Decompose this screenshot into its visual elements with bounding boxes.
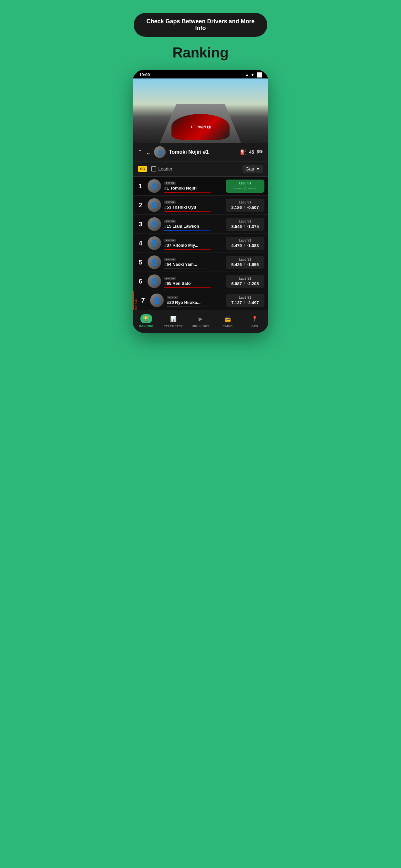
telemetry-icon-wrap: 📊 bbox=[167, 314, 179, 323]
lap-label-2: Lap5·S1 bbox=[229, 200, 260, 204]
lap-label-4: Lap5·S1 bbox=[229, 239, 260, 242]
driver-name-4: #37 Ritomo Miy... bbox=[164, 243, 222, 248]
driver-name-1: #1 Tomoki Nojiri bbox=[164, 186, 222, 190]
promo-text: Check Gaps Between Drivers and More Info bbox=[146, 18, 254, 31]
driver-avatar-2: 👤 bbox=[148, 198, 161, 212]
timing-values-4: 4.479 / -1.083 bbox=[229, 243, 260, 248]
driver-name-5: #64 Naoki Yam... bbox=[164, 262, 222, 267]
gps-icon: 📍 bbox=[251, 316, 258, 322]
nav-item-ranking[interactable]: 🏆 RANKING bbox=[133, 313, 160, 329]
radio-icon: 📻 bbox=[224, 316, 231, 322]
driver-avatar-1: 👤 bbox=[148, 179, 161, 193]
car-stripe-7 bbox=[167, 306, 212, 307]
position-1: 1 bbox=[136, 182, 144, 190]
diff-value-5: -1.656 bbox=[247, 262, 259, 267]
timing-values-5: 5.426 / -1.656 bbox=[229, 262, 260, 267]
lap-label-5: Lap5·S1 bbox=[229, 258, 260, 261]
fuel-icon: ⛽ bbox=[240, 149, 246, 155]
gps-icon-wrap: 📍 bbox=[249, 314, 260, 323]
diff-value-1: ------- bbox=[248, 186, 256, 190]
driver-avatar-4: 👤 bbox=[148, 237, 161, 250]
car-stripe-2 bbox=[164, 211, 211, 212]
nav-item-radio[interactable]: 📻 RADIO bbox=[214, 313, 241, 329]
table-row[interactable]: 2 👤 PITIN #53 Toshiki Oyu Lap5·S1 2.186 … bbox=[133, 196, 268, 215]
timing-values-7: 7.137 / -2.497 bbox=[229, 300, 260, 305]
ranking-icon: 🏆 bbox=[143, 316, 150, 322]
position-3: 3 bbox=[136, 221, 144, 228]
chevron-down-icon[interactable]: ⌃ bbox=[146, 149, 151, 156]
car-stripe-4 bbox=[164, 249, 211, 250]
leader-checkbox[interactable] bbox=[151, 166, 156, 172]
radio-nav-label: RADIO bbox=[222, 324, 233, 328]
lap-label-6: Lap5·S1 bbox=[229, 277, 260, 280]
car-stripe-1 bbox=[164, 192, 211, 193]
driver-header: ⌃ ⌃ 👤 Tomoki Nojiri #1 ⛽ 45 🏁 bbox=[133, 143, 268, 161]
timing-box-4: Lap5·S1 4.479 / -1.083 bbox=[226, 237, 265, 250]
driver-details-6: PITIN #65 Ren Sato bbox=[164, 275, 222, 288]
driver-name-3: #15 Liam Lawson bbox=[164, 224, 222, 228]
table-row[interactable]: 4 👤 PITIN #37 Ritomo Miy... Lap5·S1 4.47… bbox=[133, 234, 268, 253]
page-title: Ranking bbox=[173, 44, 228, 61]
nav-item-highlight[interactable]: ▶ HIGHLIGHT bbox=[187, 313, 214, 329]
position-5: 5 bbox=[136, 259, 144, 266]
timing-values-1: ------- / ------- bbox=[229, 186, 260, 191]
dropdown-icon[interactable]: ▼ bbox=[256, 166, 260, 171]
timing-box-7: Lap5·S1 7.137 / -2.497 bbox=[226, 294, 265, 307]
battle-label: BATTLE bbox=[135, 291, 137, 310]
gap-select[interactable]: Gap ▼ bbox=[243, 165, 263, 173]
leader-label: Leader bbox=[158, 166, 173, 172]
driver-details-1: PITIN #1 Tomoki Nojiri bbox=[164, 180, 222, 193]
lap-count: 45 bbox=[249, 150, 254, 155]
chevron-up-icon[interactable]: ⌃ bbox=[138, 149, 143, 156]
timing-values-6: 6.087 / -2.205 bbox=[229, 281, 260, 286]
car-stripe-3 bbox=[164, 230, 211, 231]
timing-values-2: 2.186 / -0.507 bbox=[229, 205, 260, 210]
nav-item-telemetry[interactable]: 📊 TELEMETRY bbox=[160, 313, 187, 329]
phone-frame: 10:00 ▲ ▼ ▐█ 1. T. Nojiri 🇯🇵 ⌃ ⌃ 👤 Tomok… bbox=[133, 70, 268, 333]
lap-label-7: Lap5·S1 bbox=[229, 296, 260, 299]
video-area: 1. T. Nojiri 🇯🇵 bbox=[133, 79, 268, 143]
controls-bar: SC Leader Gap ▼ bbox=[133, 161, 268, 177]
driver-details-4: PITIN #37 Ritomo Miy... bbox=[164, 237, 222, 250]
pitin-badge-6: PITIN bbox=[164, 277, 176, 280]
lap-label-3: Lap5·S1 bbox=[229, 220, 260, 223]
table-row[interactable]: 6 👤 PITIN #65 Ren Sato Lap5·S1 6.087 / -… bbox=[133, 272, 268, 291]
driver-avatar-7: 👤 bbox=[150, 293, 164, 307]
sc-badge: SC bbox=[138, 166, 147, 172]
timing-box-1: Lap5·S1 ------- / ------- bbox=[226, 180, 265, 193]
diff-value-2: -0.507 bbox=[247, 205, 259, 210]
table-row[interactable]: 5 👤 PITIN #64 Naoki Yam... Lap5·S1 5.426… bbox=[133, 253, 268, 272]
highlight-icon: ▶ bbox=[198, 316, 203, 322]
promo-banner[interactable]: Check Gaps Between Drivers and More Info bbox=[134, 13, 267, 37]
car-body: 1. T. Nojiri 🇯🇵 bbox=[172, 114, 229, 140]
gap-value-5: 5.426 bbox=[231, 262, 242, 267]
pitin-badge-5: PITIN bbox=[164, 258, 176, 261]
nav-item-gps[interactable]: 📍 GPS bbox=[241, 313, 268, 329]
flag-icon: 🏁 bbox=[257, 149, 263, 155]
position-7: 7 bbox=[139, 297, 147, 304]
timing-box-5: Lap5·S1 5.426 / -1.656 bbox=[226, 256, 265, 269]
gap-value-1: ------- bbox=[235, 186, 243, 190]
status-icons: ▲ ▼ ▐█ bbox=[245, 72, 262, 77]
diff-value-7: -2.497 bbox=[247, 300, 259, 305]
pitin-badge-1: PITIN bbox=[164, 182, 176, 185]
pitin-badge-4: PITIN bbox=[164, 239, 176, 242]
driver-name-7: #20 Ryo Hiraka... bbox=[167, 300, 222, 305]
gap-value-3: 3.546 bbox=[231, 224, 242, 229]
table-row[interactable]: 3 👤 PITIN #15 Liam Lawson Lap5·S1 3.546 … bbox=[133, 215, 268, 234]
lap-label-1: Lap5·S1 bbox=[229, 182, 260, 185]
telemetry-icon: 📊 bbox=[170, 316, 177, 322]
driver-details-7: PITIN #20 Ryo Hiraka... bbox=[167, 294, 222, 307]
leader-toggle[interactable]: Leader bbox=[151, 166, 173, 172]
driver-lap-info: ⛽ 45 🏁 bbox=[240, 149, 263, 155]
car-stripe-5 bbox=[164, 268, 211, 269]
driver-details-5: PITIN #64 Naoki Yam... bbox=[164, 256, 222, 269]
driver-details-3: PITIN #15 Liam Lawson bbox=[164, 218, 222, 231]
table-row[interactable]: BATTLE 7 👤 PITIN #20 Ryo Hiraka... Lap5·… bbox=[133, 291, 268, 310]
current-driver-name: Tomoki Nojiri #1 bbox=[169, 149, 237, 155]
table-row[interactable]: 1 👤 PITIN #1 Tomoki Nojiri Lap5·S1 -----… bbox=[133, 177, 268, 196]
timing-box-3: Lap5·S1 3.546 / -1.375 bbox=[226, 218, 265, 231]
signal-icon: ▲ bbox=[245, 72, 249, 77]
timing-box-2: Lap5·S1 2.186 / -0.507 bbox=[226, 198, 265, 212]
car-overlay: 1. T. Nojiri 🇯🇵 bbox=[172, 114, 229, 140]
